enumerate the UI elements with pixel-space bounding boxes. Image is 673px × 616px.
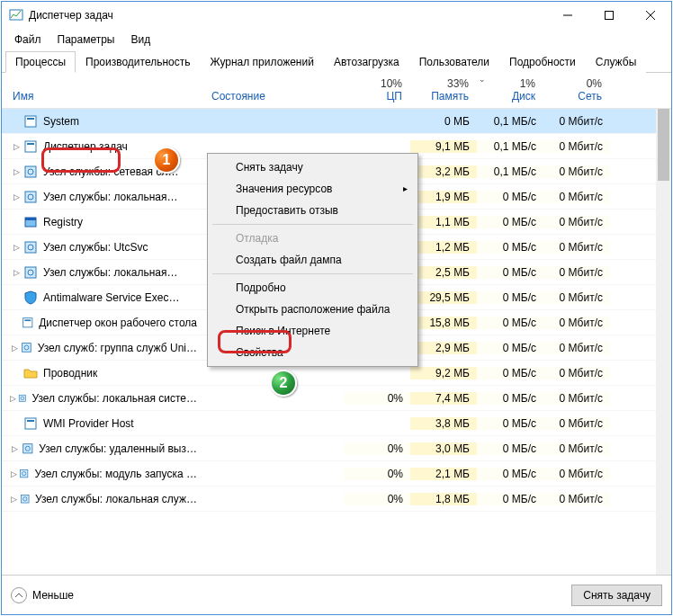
tab-2[interactable]: Журнал приложений <box>201 51 324 73</box>
table-row[interactable]: ▷Узел службы: локальная систе…0%7,4 МБ0 … <box>2 386 671 411</box>
process-name: System <box>43 115 79 128</box>
cell-disk: 0 МБ/с <box>477 216 543 228</box>
process-name: Узел служб: группа служб Uni… <box>38 342 197 354</box>
process-name: Диспетчер задач <box>43 140 128 153</box>
process-icon <box>23 190 38 204</box>
context-menu: Снять задачуЗначения ресурсов▸Предостави… <box>207 153 418 367</box>
menu-item[interactable]: Снять задачу <box>211 156 415 178</box>
expand-icon[interactable]: ▷ <box>9 243 23 252</box>
tab-0[interactable]: Процессы <box>5 51 76 73</box>
cell-network: 0 Мбит/с <box>543 392 610 405</box>
cell-memory: 2,1 МБ <box>410 468 477 480</box>
menu-item[interactable]: Свойства <box>211 342 415 363</box>
menu-options[interactable]: Параметры <box>50 31 122 48</box>
menu-item[interactable]: Значения ресурсов▸ <box>211 178 415 200</box>
process-icon <box>23 366 38 380</box>
cell-network: 0 Мбит/с <box>543 140 610 153</box>
menu-file[interactable]: Файл <box>7 31 49 48</box>
svg-rect-6 <box>27 118 34 120</box>
process-icon <box>23 165 38 179</box>
svg-rect-7 <box>25 141 36 152</box>
menu-item[interactable]: Открыть расположение файла <box>211 299 415 320</box>
expand-icon[interactable]: ▷ <box>9 344 21 353</box>
cell-cpu: 0% <box>344 392 410 405</box>
table-row[interactable]: WMI Provider Host3,8 МБ0 МБ/с0 Мбит/с <box>2 411 671 436</box>
table-row[interactable]: ▷Узел службы: локальная служ…0%1,8 МБ0 М… <box>2 487 671 512</box>
minimize-button[interactable] <box>547 2 588 29</box>
maximize-button[interactable] <box>588 2 630 29</box>
cell-network: 0 Мбит/с <box>543 115 610 128</box>
expand-icon[interactable]: ▷ <box>9 192 23 201</box>
svg-rect-25 <box>25 418 36 429</box>
step-badge-2: 2 <box>270 370 297 397</box>
tab-1[interactable]: Производительность <box>76 51 200 73</box>
menu-item[interactable]: Создать файл дампа <box>211 249 415 271</box>
table-row[interactable]: ▷Узел службы: модуль запуска …0%2,1 МБ0 … <box>2 461 671 487</box>
cell-memory: 1,1 МБ <box>410 216 477 228</box>
cell-disk: 0 МБ/с <box>477 417 543 430</box>
tab-3[interactable]: Автозагрузка <box>324 51 409 73</box>
svg-rect-15 <box>25 242 36 253</box>
svg-rect-14 <box>25 218 36 220</box>
expand-icon[interactable]: ▷ <box>9 495 20 504</box>
cell-disk: 0 МБ/с <box>477 291 543 304</box>
fewer-details-button[interactable]: Меньше <box>11 587 74 603</box>
expand-icon[interactable]: ▷ <box>9 469 19 478</box>
cell-memory: 15,8 МБ <box>410 317 477 329</box>
expand-icon[interactable]: ▷ <box>9 142 23 151</box>
expand-icon[interactable]: ▷ <box>9 167 23 176</box>
process-name: Узел службы: локальная систе… <box>31 392 197 405</box>
col-name[interactable]: Имя <box>2 73 204 108</box>
tabbar: ПроцессыПроизводительностьЖурнал приложе… <box>2 50 671 73</box>
table-row[interactable]: System0 МБ0,1 МБ/с0 Мбит/с <box>2 109 671 134</box>
titlebar[interactable]: Диспетчер задач <box>2 2 671 29</box>
cell-memory: 7,4 МБ <box>410 392 477 405</box>
svg-rect-27 <box>22 443 31 452</box>
cell-memory: 3,8 МБ <box>410 417 477 430</box>
svg-rect-11 <box>25 192 36 202</box>
process-name: Узел службы: локальная служ… <box>35 493 197 505</box>
col-network[interactable]: 0%Сеть <box>543 73 610 108</box>
tab-6[interactable]: Службы <box>586 51 646 73</box>
process-name: Диспетчер окон рабочего стола <box>39 317 197 329</box>
col-disk[interactable]: ⌄1%Диск <box>477 73 543 108</box>
svg-rect-5 <box>25 116 36 127</box>
cell-memory: 29,5 МБ <box>410 291 477 304</box>
window-title: Диспетчер задач <box>29 9 547 22</box>
tab-4[interactable]: Пользователи <box>409 51 499 73</box>
cell-disk: 0 МБ/с <box>477 191 543 203</box>
process-icon <box>23 114 38 129</box>
col-cpu[interactable]: 10%ЦП <box>344 73 410 108</box>
tab-5[interactable]: Подробности <box>499 51 586 73</box>
menu-item[interactable]: Поиск в Интернете <box>211 320 415 342</box>
svg-rect-17 <box>25 267 36 278</box>
process-name: Узел службы: модуль запуска … <box>35 468 197 480</box>
process-name: Узел службы: UtcSvc <box>43 241 148 254</box>
col-memory[interactable]: 33%Память <box>410 73 477 108</box>
col-state[interactable]: Состояние <box>204 73 344 108</box>
cell-network: 0 Мбит/с <box>543 317 610 329</box>
table-row[interactable]: ▷Узел службы: удаленный выз…0%3,0 МБ0 МБ… <box>2 436 671 461</box>
process-icon <box>22 316 34 330</box>
vertical-scrollbar[interactable] <box>656 109 671 575</box>
cell-network: 0 Мбит/с <box>543 241 610 254</box>
cell-network: 0 Мбит/с <box>543 216 610 228</box>
svg-rect-9 <box>25 166 36 177</box>
scrollbar-thumb[interactable] <box>658 109 669 181</box>
menu-view[interactable]: Вид <box>123 31 157 48</box>
cell-memory: 0 МБ <box>410 115 477 128</box>
close-button[interactable] <box>630 2 671 29</box>
end-task-button[interactable]: Снять задачу <box>571 585 662 606</box>
menu-item[interactable]: Подробно <box>211 277 415 299</box>
expand-icon[interactable]: ▷ <box>9 394 18 403</box>
menubar: Файл Параметры Вид <box>2 29 671 50</box>
cell-disk: 0 МБ/с <box>477 442 543 455</box>
svg-rect-19 <box>22 317 31 326</box>
process-name: Проводник <box>43 367 97 379</box>
process-name: Узел службы: удаленный выз… <box>39 442 197 455</box>
expand-icon[interactable]: ▷ <box>9 444 22 453</box>
process-icon <box>18 391 27 406</box>
menu-item[interactable]: Предоставить отзыв <box>211 200 415 221</box>
expand-icon[interactable]: ▷ <box>9 268 23 277</box>
cell-disk: 0 МБ/с <box>477 241 543 254</box>
